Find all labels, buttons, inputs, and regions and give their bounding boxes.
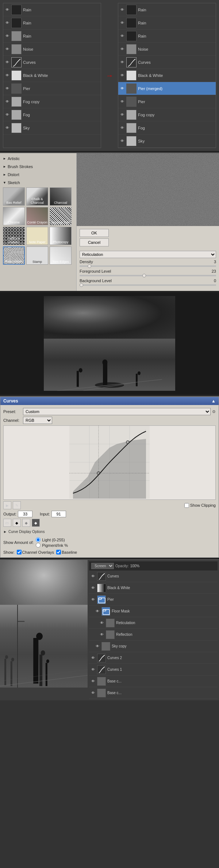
filter-thumb-graphicpen[interactable]: Graphic Pen xyxy=(50,207,72,225)
layer-eye-icon[interactable]: 👁 xyxy=(120,73,125,78)
layer-eye-icon[interactable]: 👁 xyxy=(120,125,125,131)
left-layer-item[interactable]: 👁Fog xyxy=(3,108,101,121)
final-layer-item-1[interactable]: 👁Black & White xyxy=(89,582,218,594)
left-layer-item[interactable]: 👁Noise xyxy=(3,43,101,56)
final-layer-item-9[interactable]: 👁Base c... xyxy=(89,676,218,687)
filter-thumb-reticulation[interactable]: Reticulation xyxy=(3,246,25,265)
left-layer-item[interactable]: 👁Rain xyxy=(3,16,101,30)
filter-group-header-distort[interactable]: ► Distort xyxy=(0,171,76,178)
radio-pigment-input[interactable] xyxy=(36,543,41,548)
layer-eye-icon[interactable]: 👁 xyxy=(5,60,10,65)
left-layer-item[interactable]: 👁Black & White xyxy=(3,69,101,82)
curve-display-toggle[interactable]: ► Curve Display Options xyxy=(3,530,216,534)
left-layer-item[interactable]: 👁Curves xyxy=(3,56,101,69)
gray-point-tool[interactable]: ◆ xyxy=(22,519,30,527)
curves-settings-icon[interactable]: ⚙ xyxy=(212,409,216,414)
right-layer-item[interactable]: 👁Rain xyxy=(118,16,216,30)
final-layer-item-4[interactable]: 👁Reticulation xyxy=(89,617,218,629)
final-layer-eye-8[interactable]: 👁 xyxy=(91,667,96,672)
left-layer-item[interactable]: 👁Fog copy xyxy=(3,95,101,108)
filter-cancel-button[interactable]: Cancel xyxy=(80,238,109,246)
layer-eye-icon[interactable]: 👁 xyxy=(5,7,10,12)
filter-thumb-charcoal[interactable]: Charcoal xyxy=(50,187,72,206)
filter-thumb-chalk[interactable]: Chalk & Charcoal xyxy=(26,187,48,206)
final-layer-item-5[interactable]: 👁Reflection xyxy=(89,629,218,641)
final-layer-item-0[interactable]: 👁Curves xyxy=(89,571,218,582)
layer-eye-icon[interactable]: 👁 xyxy=(5,112,10,117)
filter-thumb-bas[interactable]: Bas Relief xyxy=(3,187,25,206)
final-layer-item-6[interactable]: 👁Sky copy xyxy=(89,641,218,652)
right-layer-item[interactable]: 👁Fog xyxy=(118,121,216,135)
final-layer-eye-2[interactable]: 👁 xyxy=(91,598,96,602)
white-point-tool[interactable]: ◆ xyxy=(32,519,40,527)
layer-eye-icon[interactable]: 👁 xyxy=(120,47,125,52)
left-layer-item[interactable]: 👁Pier xyxy=(3,82,101,95)
eyedropper-tool[interactable]: 🗁 xyxy=(3,519,11,527)
left-layer-item[interactable]: 👁Sky xyxy=(3,121,101,135)
right-layer-item[interactable]: 👁Sky xyxy=(118,135,216,148)
pointer-tool-btn[interactable]: ▶ xyxy=(3,501,11,509)
left-layer-item[interactable]: 👁Rain xyxy=(3,3,101,16)
right-layer-item[interactable]: 👁Fog copy xyxy=(118,108,216,121)
left-layer-item[interactable]: 👁Rain xyxy=(3,30,101,43)
layer-eye-icon[interactable]: 👁 xyxy=(5,20,10,26)
final-layer-item-2[interactable]: 👁Pier xyxy=(89,594,218,606)
final-layer-eye-9[interactable]: 👁 xyxy=(91,679,96,683)
radio-light-input[interactable] xyxy=(36,537,41,542)
filter-slider-bar-0[interactable] xyxy=(80,265,216,267)
final-layer-item-10[interactable]: 👁Base c... xyxy=(89,687,218,699)
filter-thumb-chrome[interactable]: Chrome xyxy=(3,207,25,225)
final-layer-eye-10[interactable]: 👁 xyxy=(91,691,96,695)
filter-thumb-torn[interactable]: Torn Edges xyxy=(50,246,72,265)
pencil-tool-btn[interactable]: ✎ xyxy=(13,501,21,509)
curves-preset-select[interactable]: Custom xyxy=(23,408,211,415)
show-clipping-checkbox[interactable] xyxy=(184,503,189,508)
black-point-tool[interactable]: ◆ xyxy=(13,519,21,527)
layer-eye-icon[interactable]: 👁 xyxy=(120,7,125,12)
filter-group-header-sketch[interactable]: ▼ Sketch xyxy=(0,179,76,186)
baseline-checkbox[interactable] xyxy=(56,550,61,554)
final-layer-item-7[interactable]: 👁Curves 2 xyxy=(89,652,218,664)
filter-thumb-stamp[interactable]: Stamp xyxy=(26,246,48,265)
layer-eye-icon[interactable]: 👁 xyxy=(5,34,10,39)
filter-slider-thumb-2[interactable] xyxy=(80,283,83,287)
layer-eye-icon[interactable]: 👁 xyxy=(5,125,10,131)
right-layer-item[interactable]: 👁Pier (merged) xyxy=(118,82,216,95)
layer-eye-icon[interactable]: 👁 xyxy=(5,86,10,91)
right-layer-item[interactable]: 👁Pier xyxy=(118,95,216,108)
filter-slider-bar-1[interactable] xyxy=(80,275,216,276)
layer-eye-icon[interactable]: 👁 xyxy=(120,86,125,91)
final-layer-eye-4[interactable]: 👁 xyxy=(99,621,104,625)
filter-thumb-conte[interactable]: Conté Crayon xyxy=(26,207,48,225)
input-input[interactable] xyxy=(51,511,66,517)
final-layer-eye-0[interactable]: 👁 xyxy=(91,574,96,578)
curves-graph-svg[interactable] xyxy=(4,426,215,499)
curves-channel-select[interactable]: RGB xyxy=(23,417,52,424)
channel-overlays-checkbox[interactable] xyxy=(17,550,22,554)
layer-eye-icon[interactable]: 👁 xyxy=(120,34,125,39)
filter-slider-bar-2[interactable] xyxy=(80,284,216,286)
output-input[interactable] xyxy=(18,511,32,517)
layer-eye-icon[interactable]: 👁 xyxy=(120,112,125,117)
layer-eye-icon[interactable]: 👁 xyxy=(120,99,125,104)
filter-preset-select[interactable]: Reticulation xyxy=(80,251,216,258)
final-layer-eye-1[interactable]: 👁 xyxy=(91,586,96,590)
filter-thumb-photocopy[interactable]: Photocopy xyxy=(50,227,72,245)
filter-ok-button[interactable]: OK xyxy=(80,229,109,237)
final-layer-item-8[interactable]: 👁Curves 1 xyxy=(89,664,218,676)
final-layer-eye-6[interactable]: 👁 xyxy=(95,644,100,648)
final-layer-item-3[interactable]: 👁Floor Mask xyxy=(89,606,218,617)
right-layer-item[interactable]: 👁Rain xyxy=(118,3,216,16)
layer-eye-icon[interactable]: 👁 xyxy=(5,47,10,52)
final-layer-eye-5[interactable]: 👁 xyxy=(99,632,104,637)
right-layer-item[interactable]: 👁Curves xyxy=(118,56,216,69)
final-layer-eye-3[interactable]: 👁 xyxy=(95,609,100,613)
blend-mode-select[interactable]: Screen xyxy=(91,563,114,569)
layer-eye-icon[interactable]: 👁 xyxy=(5,73,10,78)
filter-slider-thumb-1[interactable] xyxy=(142,274,146,277)
filter-group-header-brush[interactable]: ► Brush Strokes xyxy=(0,163,76,170)
filter-group-header-artistic[interactable]: ► Artistic xyxy=(0,155,76,162)
filter-thumb-notepaper[interactable]: Note Paper xyxy=(26,227,48,245)
right-layer-item[interactable]: 👁Black & White xyxy=(118,69,216,82)
layer-eye-icon[interactable]: 👁 xyxy=(5,99,10,104)
